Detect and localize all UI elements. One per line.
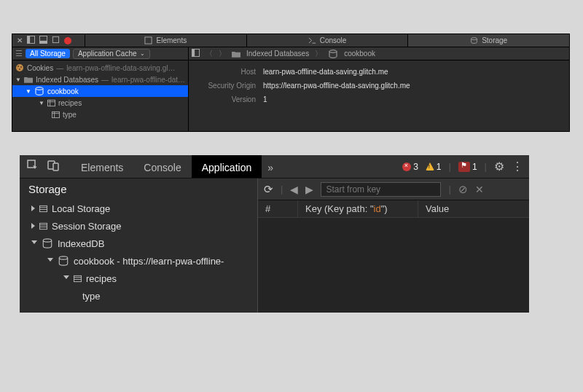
errors-badge[interactable]: 3 xyxy=(402,162,418,172)
back-icon[interactable]: 〈 xyxy=(206,49,213,59)
tabs-overflow[interactable]: » xyxy=(262,155,279,178)
tab-elements[interactable]: Elements xyxy=(71,155,133,178)
chrome-main: ⟳ | ◀ ▶ | ⊘ ✕ # Key (Key path: "id") Val… xyxy=(258,179,529,313)
breadcrumb-db[interactable]: cookbook xyxy=(344,50,375,58)
tree-local-storage[interactable]: Local Storage xyxy=(26,200,251,217)
disclosure-triangle-icon xyxy=(31,240,37,247)
svg-rect-32 xyxy=(74,275,81,281)
col-key[interactable]: Key (Key path: "id") xyxy=(298,200,418,217)
disclosure-triangle-icon xyxy=(31,205,35,211)
filter-icon[interactable]: ☰ xyxy=(15,49,23,58)
filter-app-cache-label: Application Cache xyxy=(78,50,137,58)
col-key-prefix: Key (Key path: " xyxy=(305,203,374,214)
tree-idb[interactable]: ▼ Indexed Databases — learn-pwa-offline-… xyxy=(12,74,188,85)
tree-index-type[interactable]: type xyxy=(26,287,251,305)
warning-icon xyxy=(426,162,434,170)
tab-storage[interactable]: Storage xyxy=(408,34,569,47)
close-icon[interactable]: ✕ xyxy=(475,184,484,195)
tree-table-recipes[interactable]: ▼ recipes xyxy=(12,97,188,109)
popout-icon[interactable] xyxy=(52,36,60,45)
svg-rect-1 xyxy=(27,36,30,43)
tree-index-type[interactable]: type xyxy=(12,109,188,120)
svg-point-31 xyxy=(59,256,67,259)
tab-application[interactable]: Application xyxy=(192,155,262,178)
disclosure-triangle-icon xyxy=(63,275,69,282)
tree-indexeddb[interactable]: IndexedDB xyxy=(26,235,251,252)
refresh-icon[interactable]: ⟳ xyxy=(264,183,273,196)
svg-rect-24 xyxy=(39,205,47,211)
kv-host-key: Host xyxy=(197,68,263,76)
forward-icon[interactable]: 〉 xyxy=(219,49,226,59)
kv-origin-val[interactable]: https://learn-pwa-offline-data-saving.gl… xyxy=(263,82,410,90)
warnings-badge[interactable]: 1 xyxy=(426,162,442,172)
storage-icon xyxy=(39,222,47,230)
folder-icon xyxy=(232,50,240,58)
tree-table-recipes[interactable]: recipes xyxy=(26,270,251,287)
tree-db-cookbook[interactable]: cookbook - https://learn-pwa-offline- xyxy=(26,252,251,270)
errors-count: 3 xyxy=(413,162,418,172)
filter-app-cache[interactable]: Application Cache ⌄ xyxy=(73,49,150,59)
chrome-table-body xyxy=(258,218,529,313)
svg-point-20 xyxy=(329,50,337,52)
col-key-id: id xyxy=(374,203,381,214)
chevron-down-icon: ⌄ xyxy=(140,50,145,57)
next-page-icon[interactable]: ▶ xyxy=(305,184,313,195)
database-icon xyxy=(328,50,338,58)
svg-point-6 xyxy=(472,38,477,40)
clear-icon[interactable]: ⊘ xyxy=(458,183,468,196)
storage-icon xyxy=(470,36,478,44)
kv-origin-key: Security Origin xyxy=(197,82,263,90)
inspect-icon[interactable] xyxy=(27,160,39,173)
issues-icon xyxy=(458,162,470,172)
safari-tree: Cookies — learn-pwa-offline-data-saving.… xyxy=(12,60,188,120)
tab-console[interactable]: Console xyxy=(133,155,191,178)
svg-rect-19 xyxy=(192,49,195,56)
tree-index-label: type xyxy=(82,291,101,302)
svg-rect-23 xyxy=(53,163,58,170)
safari-sidebar: ☰ All Storage Application Cache ⌄ Cookie… xyxy=(12,47,189,131)
dock-bottom-icon[interactable] xyxy=(39,36,47,45)
tree-local-storage-label: Local Storage xyxy=(52,203,110,214)
sidebar-toggle-icon[interactable] xyxy=(192,49,200,58)
col-index[interactable]: # xyxy=(258,200,298,217)
error-badge-icon[interactable] xyxy=(64,37,71,44)
prev-page-icon[interactable]: ◀ xyxy=(290,184,298,195)
tree-session-storage[interactable]: Session Storage xyxy=(26,217,251,235)
disclosure-triangle-icon: ▼ xyxy=(39,100,44,106)
svg-rect-5 xyxy=(145,37,152,44)
tree-index-label: type xyxy=(63,111,77,119)
safari-filter-bar: ☰ All Storage Application Cache ⌄ xyxy=(12,47,188,60)
table-icon xyxy=(52,111,60,119)
svg-point-30 xyxy=(43,239,51,242)
tree-cookies[interactable]: Cookies — learn-pwa-offline-data-saving.… xyxy=(12,62,188,74)
kv-version-val: 1 xyxy=(263,95,560,103)
breadcrumb-idb[interactable]: Indexed Databases xyxy=(246,50,309,58)
tab-console-label: Console xyxy=(320,36,347,44)
disclosure-triangle-icon: ▼ xyxy=(15,77,21,83)
issues-badge[interactable]: 1 xyxy=(458,162,477,172)
tree-table-label: recipes xyxy=(58,99,82,107)
dock-left-icon[interactable] xyxy=(27,36,35,45)
svg-rect-12 xyxy=(47,100,55,106)
tab-console[interactable]: Console xyxy=(247,34,409,47)
more-icon[interactable]: ⋮ xyxy=(512,160,523,173)
filter-all-storage[interactable]: All Storage xyxy=(26,49,70,58)
gear-icon[interactable]: ⚙ xyxy=(494,160,504,173)
database-icon xyxy=(42,238,53,248)
svg-rect-4 xyxy=(52,36,58,42)
device-toggle-icon[interactable] xyxy=(47,160,59,173)
close-icon[interactable]: ✕ xyxy=(17,36,23,44)
tab-elements[interactable]: Elements xyxy=(85,34,247,47)
svg-point-8 xyxy=(17,66,19,67)
kv-version-key: Version xyxy=(197,95,263,103)
tree-session-storage-label: Session Storage xyxy=(52,221,121,232)
storage-icon xyxy=(39,205,47,213)
chrome-status-badges: 3 1 | 1 | ⚙ ⋮ xyxy=(396,155,529,178)
tree-db-cookbook[interactable]: ▼ cookbook xyxy=(12,85,188,97)
svg-rect-15 xyxy=(52,111,59,117)
col-value[interactable]: Value xyxy=(418,200,529,217)
tree-cookies-label: Cookies xyxy=(27,64,53,72)
chrome-table-header: # Key (Key path: "id") Value xyxy=(258,200,529,218)
cookie-icon xyxy=(15,63,24,72)
start-from-key-input[interactable] xyxy=(321,182,441,197)
